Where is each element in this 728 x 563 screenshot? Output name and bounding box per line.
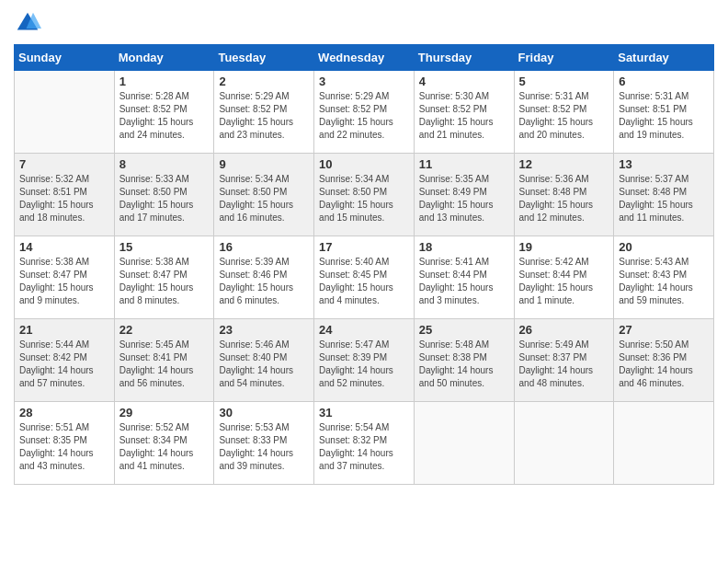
day-number: 21 xyxy=(19,323,109,337)
calendar-cell: 11Sunrise: 5:35 AMSunset: 8:49 PMDayligh… xyxy=(414,154,514,236)
day-number: 26 xyxy=(519,323,609,337)
calendar-week-3: 14Sunrise: 5:38 AMSunset: 8:47 PMDayligh… xyxy=(15,236,714,319)
day-number: 30 xyxy=(219,406,309,419)
calendar-cell: 27Sunrise: 5:50 AMSunset: 8:36 PMDayligh… xyxy=(614,319,714,402)
day-info: Sunrise: 5:53 AMSunset: 8:33 PMDaylight:… xyxy=(219,421,309,473)
calendar-cell: 15Sunrise: 5:38 AMSunset: 8:47 PMDayligh… xyxy=(114,236,214,319)
day-info: Sunrise: 5:37 AMSunset: 8:48 PMDaylight:… xyxy=(619,173,709,224)
day-info: Sunrise: 5:43 AMSunset: 8:43 PMDaylight:… xyxy=(619,256,709,307)
day-number: 13 xyxy=(619,157,709,171)
day-info: Sunrise: 5:29 AMSunset: 8:52 PMDaylight:… xyxy=(219,90,309,142)
day-number: 31 xyxy=(319,406,409,419)
calendar-cell: 17Sunrise: 5:40 AMSunset: 8:45 PMDayligh… xyxy=(314,236,415,319)
day-number: 3 xyxy=(319,75,409,88)
calendar-cell: 29Sunrise: 5:52 AMSunset: 8:34 PMDayligh… xyxy=(114,402,214,485)
day-info: Sunrise: 5:34 AMSunset: 8:50 PMDaylight:… xyxy=(219,173,309,224)
calendar-cell: 9Sunrise: 5:34 AMSunset: 8:50 PMDaylight… xyxy=(214,154,314,236)
day-number: 4 xyxy=(419,75,509,88)
calendar-week-4: 21Sunrise: 5:44 AMSunset: 8:42 PMDayligh… xyxy=(15,319,714,402)
day-number: 10 xyxy=(319,157,409,171)
day-info: Sunrise: 5:44 AMSunset: 8:42 PMDaylight:… xyxy=(19,339,109,390)
day-info: Sunrise: 5:42 AMSunset: 8:44 PMDaylight:… xyxy=(519,256,609,307)
calendar-cell xyxy=(414,402,514,485)
calendar-cell: 6Sunrise: 5:31 AMSunset: 8:51 PMDaylight… xyxy=(614,71,714,154)
calendar-table: SundayMondayTuesdayWednesdayThursdayFrid… xyxy=(14,44,714,485)
day-number: 29 xyxy=(119,406,210,419)
day-info: Sunrise: 5:54 AMSunset: 8:32 PMDaylight:… xyxy=(319,421,409,473)
day-info: Sunrise: 5:38 AMSunset: 8:47 PMDaylight:… xyxy=(19,256,109,307)
day-number: 25 xyxy=(419,323,509,337)
calendar-cell: 2Sunrise: 5:29 AMSunset: 8:52 PMDaylight… xyxy=(214,71,314,154)
day-info: Sunrise: 5:36 AMSunset: 8:48 PMDaylight:… xyxy=(519,173,609,224)
logo-icon xyxy=(14,9,41,37)
day-number: 8 xyxy=(119,157,210,171)
page-header xyxy=(14,9,714,37)
day-number: 19 xyxy=(519,240,609,254)
day-number: 15 xyxy=(119,240,210,254)
day-info: Sunrise: 5:34 AMSunset: 8:50 PMDaylight:… xyxy=(319,173,409,224)
calendar-cell xyxy=(514,402,614,485)
day-number: 14 xyxy=(19,240,109,254)
day-of-week-saturday: Saturday xyxy=(614,45,714,71)
calendar-cell: 30Sunrise: 5:53 AMSunset: 8:33 PMDayligh… xyxy=(214,402,314,485)
day-number: 1 xyxy=(119,75,210,88)
calendar-cell: 14Sunrise: 5:38 AMSunset: 8:47 PMDayligh… xyxy=(15,236,115,319)
calendar-body: 1Sunrise: 5:28 AMSunset: 8:52 PMDaylight… xyxy=(15,71,714,485)
calendar-cell: 16Sunrise: 5:39 AMSunset: 8:46 PMDayligh… xyxy=(214,236,314,319)
day-info: Sunrise: 5:32 AMSunset: 8:51 PMDaylight:… xyxy=(19,173,109,224)
calendar-cell: 20Sunrise: 5:43 AMSunset: 8:43 PMDayligh… xyxy=(614,236,714,319)
day-number: 27 xyxy=(619,323,709,337)
calendar-cell: 23Sunrise: 5:46 AMSunset: 8:40 PMDayligh… xyxy=(214,319,314,402)
day-number: 6 xyxy=(619,75,709,88)
day-number: 5 xyxy=(519,75,609,88)
day-info: Sunrise: 5:33 AMSunset: 8:50 PMDaylight:… xyxy=(119,173,210,224)
calendar-cell: 21Sunrise: 5:44 AMSunset: 8:42 PMDayligh… xyxy=(15,319,115,402)
day-info: Sunrise: 5:52 AMSunset: 8:34 PMDaylight:… xyxy=(119,421,210,473)
days-of-week-row: SundayMondayTuesdayWednesdayThursdayFrid… xyxy=(15,45,714,71)
calendar-cell: 4Sunrise: 5:30 AMSunset: 8:52 PMDaylight… xyxy=(414,71,514,154)
day-number: 12 xyxy=(519,157,609,171)
calendar-cell: 26Sunrise: 5:49 AMSunset: 8:37 PMDayligh… xyxy=(514,319,614,402)
calendar-cell: 13Sunrise: 5:37 AMSunset: 8:48 PMDayligh… xyxy=(614,154,714,236)
calendar-cell: 3Sunrise: 5:29 AMSunset: 8:52 PMDaylight… xyxy=(314,71,415,154)
day-info: Sunrise: 5:41 AMSunset: 8:44 PMDaylight:… xyxy=(419,256,509,307)
calendar-cell: 18Sunrise: 5:41 AMSunset: 8:44 PMDayligh… xyxy=(414,236,514,319)
day-info: Sunrise: 5:35 AMSunset: 8:49 PMDaylight:… xyxy=(419,173,509,224)
day-info: Sunrise: 5:51 AMSunset: 8:35 PMDaylight:… xyxy=(19,421,109,473)
calendar-cell: 31Sunrise: 5:54 AMSunset: 8:32 PMDayligh… xyxy=(314,402,415,485)
day-of-week-sunday: Sunday xyxy=(15,45,115,71)
calendar-cell: 7Sunrise: 5:32 AMSunset: 8:51 PMDaylight… xyxy=(15,154,115,236)
day-info: Sunrise: 5:45 AMSunset: 8:41 PMDaylight:… xyxy=(119,339,210,390)
day-number: 11 xyxy=(419,157,509,171)
calendar-week-1: 1Sunrise: 5:28 AMSunset: 8:52 PMDaylight… xyxy=(15,71,714,154)
day-info: Sunrise: 5:39 AMSunset: 8:46 PMDaylight:… xyxy=(219,256,309,307)
calendar-cell: 10Sunrise: 5:34 AMSunset: 8:50 PMDayligh… xyxy=(314,154,415,236)
day-number: 16 xyxy=(219,240,309,254)
day-number: 17 xyxy=(319,240,409,254)
day-info: Sunrise: 5:48 AMSunset: 8:38 PMDaylight:… xyxy=(419,339,509,390)
calendar-cell: 25Sunrise: 5:48 AMSunset: 8:38 PMDayligh… xyxy=(414,319,514,402)
day-of-week-thursday: Thursday xyxy=(414,45,514,71)
day-of-week-friday: Friday xyxy=(514,45,614,71)
calendar-cell: 1Sunrise: 5:28 AMSunset: 8:52 PMDaylight… xyxy=(114,71,214,154)
day-info: Sunrise: 5:31 AMSunset: 8:52 PMDaylight:… xyxy=(519,90,609,142)
calendar-week-2: 7Sunrise: 5:32 AMSunset: 8:51 PMDaylight… xyxy=(15,154,714,236)
day-number: 23 xyxy=(219,323,309,337)
day-info: Sunrise: 5:50 AMSunset: 8:36 PMDaylight:… xyxy=(619,339,709,390)
day-info: Sunrise: 5:28 AMSunset: 8:52 PMDaylight:… xyxy=(119,90,210,142)
calendar-cell: 28Sunrise: 5:51 AMSunset: 8:35 PMDayligh… xyxy=(15,402,115,485)
day-number: 18 xyxy=(419,240,509,254)
day-info: Sunrise: 5:30 AMSunset: 8:52 PMDaylight:… xyxy=(419,90,509,142)
day-number: 20 xyxy=(619,240,709,254)
calendar-week-5: 28Sunrise: 5:51 AMSunset: 8:35 PMDayligh… xyxy=(15,402,714,485)
day-number: 24 xyxy=(319,323,409,337)
day-number: 28 xyxy=(19,406,109,419)
calendar-cell: 24Sunrise: 5:47 AMSunset: 8:39 PMDayligh… xyxy=(314,319,415,402)
day-of-week-wednesday: Wednesday xyxy=(314,45,415,71)
calendar-cell xyxy=(15,71,115,154)
day-number: 9 xyxy=(219,157,309,171)
day-number: 7 xyxy=(19,157,109,171)
day-of-week-monday: Monday xyxy=(114,45,214,71)
day-info: Sunrise: 5:40 AMSunset: 8:45 PMDaylight:… xyxy=(319,256,409,307)
calendar-cell: 8Sunrise: 5:33 AMSunset: 8:50 PMDaylight… xyxy=(114,154,214,236)
